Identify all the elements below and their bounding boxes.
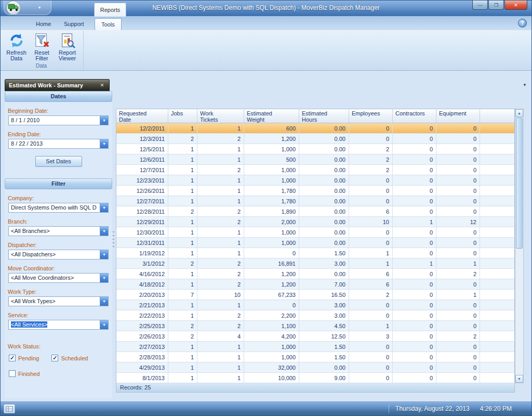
service-combo[interactable]: <All Services>▼ [8,320,109,330]
grid-row[interactable]: 2/26/2013244,20012.50302 [116,331,514,342]
grid-row[interactable]: 4/29/20131132,0000.00000 [116,362,514,373]
dispatcher-combo[interactable]: <All Dispatchers>▼ [8,250,109,259]
grid-cell: 0 [436,123,480,134]
work-type-combo[interactable]: <All Work Types>▼ [8,296,109,306]
dates-section-header[interactable]: Dates [5,91,112,102]
grid-cell: 0 [393,248,436,258]
column-header-0[interactable]: Requested Date [116,109,168,123]
grid-cell: 32,000 [244,362,299,373]
dropdown-icon[interactable]: ▼ [100,139,108,148]
grid-cell: 16.50 [299,290,349,300]
layout-grid-icon[interactable] [4,404,15,413]
close-button[interactable]: ✕ [504,1,527,10]
dropdown-icon[interactable]: ▼ [100,116,108,125]
column-header-5[interactable]: Employees [349,109,393,123]
column-header-2[interactable]: Work Tickets [197,109,244,123]
grid-row[interactable]: 12/5/2011111,0000.00200 [116,144,514,154]
grid-row[interactable]: 1/19/20121101.50100 [116,248,514,258]
column-header-1[interactable]: Jobs [168,109,197,123]
grid-cell: 0 [436,144,480,154]
grid-cell: 0 [436,206,480,217]
branch-combo[interactable]: <All Branches>▼ [8,226,109,236]
checked-checkbox-icon[interactable]: ✓ [51,355,58,361]
grid-cell: 0 [393,154,436,165]
beginning-date-value: 8 / 1 / 2010 [9,116,100,125]
column-header-6[interactable]: Contractors [393,109,436,123]
grid-row[interactable]: 12/2/2011116000.00000 [116,123,514,134]
document-tab-close-icon[interactable]: ✕ [99,82,105,89]
grid-cell: 1 [349,321,393,331]
records-count-bar: Records: 25 [116,383,515,393]
dropdown-icon[interactable]: ▼ [100,297,108,306]
grid-row[interactable]: 12/30/2011111,0000.00000 [116,227,514,238]
checked-checkbox-icon[interactable]: ✓ [9,355,16,361]
grid-row[interactable]: 12/23/2011111,0000.00000 [116,175,514,186]
help-button[interactable]: ? [518,19,527,28]
grid-row[interactable]: 4/18/2012121,2007.00600 [116,279,514,290]
tab-home[interactable]: Home [30,18,57,30]
beginning-date-input[interactable]: 8 / 1 / 2010 ▼ [8,115,109,125]
checkbox-pending[interactable]: ✓Pending [9,355,39,361]
dropdown-icon[interactable]: ▼ [100,274,108,282]
grid-row[interactable]: 2/20/201371067,23316.50201 [116,290,514,300]
checkbox-scheduled[interactable]: ✓Scheduled [51,355,88,361]
grid-cell: 0.00 [299,227,349,238]
tab-support[interactable]: Support [58,18,90,30]
grid-row[interactable]: 2/21/20131103.00000 [116,300,514,310]
combo-value: Direct Systems Demo with SQL D [9,203,100,212]
dropdown-icon[interactable]: ▼ [100,227,108,236]
grid-cell: 1,890 [244,206,299,217]
scrollbar-thumb[interactable] [516,118,523,249]
grid-row[interactable]: 12/7/2011121,0000.00200 [116,165,514,175]
report-viewer-button[interactable]: ReportViewer [55,32,80,61]
vertical-scrollbar[interactable]: ▲ ▼ [515,109,524,383]
dropdown-icon[interactable]: ▼ [100,320,108,329]
tab-tools[interactable]: Tools [95,18,122,30]
column-header-4[interactable]: Estimated Hours [299,109,349,123]
grid-cell: 4,200 [244,331,299,342]
grid-row[interactable]: 4/16/2012121,2000.00602 [116,269,514,279]
dropdown-icon[interactable]: ▼ [100,250,108,259]
grid-row[interactable]: 12/28/2011221,8900.00600 [116,206,514,217]
scroll-up-icon[interactable]: ▲ [515,109,523,117]
splitter-handle[interactable] [113,231,114,247]
grid-row[interactable]: 12/27/2011111,7800.00000 [116,196,514,206]
grid-cell: 0.00 [299,134,349,144]
grid-row[interactable]: 12/31/2011111,0000.00000 [116,238,514,248]
refresh-data-button[interactable]: RefreshData [4,32,29,61]
unchecked-checkbox-icon[interactable] [9,370,16,377]
grid-row[interactable]: 12/26/2011111,7800.00000 [116,186,514,196]
grid-cell: 0 [393,269,436,279]
move-coordinator-combo[interactable]: <All Move Coordinators>▼ [8,273,109,283]
checkbox-finished[interactable]: Finished [9,370,40,377]
grid-row[interactable]: 12/6/2011115000.00200 [116,154,514,165]
set-dates-button[interactable]: Set Dates [35,156,82,167]
grid-row[interactable]: 2/22/2013122,2003.00000 [116,310,514,321]
maximize-button[interactable]: ❐ [488,1,504,10]
grid-cell: 12 [436,217,480,227]
grid-row[interactable]: 12/3/2011221,2000.00000 [116,134,514,144]
grid-row[interactable]: 12/29/2011122,0000.0010112 [116,217,514,227]
grid-row[interactable]: 2/25/2013221,1004.50100 [116,321,514,331]
ending-date-input[interactable]: 8 / 22 / 2013 ▼ [8,139,109,149]
grid-cell: 2/28/2013 [116,352,168,362]
grid-cell: 1 [168,154,197,165]
grid-cell: 2 [197,258,244,269]
grid-cell: 1 [168,362,197,373]
document-list-dropdown-icon[interactable]: ▼ [523,83,527,87]
filter-section-header[interactable]: Filter [5,178,112,189]
company-combo[interactable]: Direct Systems Demo with SQL D▼ [8,203,109,213]
minimize-button[interactable]: — [472,1,488,10]
grid-row[interactable]: 2/28/2013111,0001.50000 [116,352,514,362]
grid-cell: 7 [168,290,197,300]
grid-row[interactable]: 8/1/20131110,0009.00000 [116,373,514,383]
grid-row[interactable]: 3/1/20122216,8913.00111 [116,258,514,269]
reset-filter-button[interactable]: ResetFilter [29,32,55,61]
column-header-3[interactable]: Estimated Weight [244,109,299,123]
grid-row[interactable]: 2/27/2013111,0001.50000 [116,342,514,352]
column-header-7[interactable]: Equipment [436,109,480,123]
dropdown-icon[interactable]: ▼ [100,203,108,212]
document-tab[interactable]: Estimated Work - Summary ✕ [5,79,110,91]
scroll-down-icon[interactable]: ▼ [515,375,523,383]
grid-cell: 4/16/2012 [116,269,168,279]
